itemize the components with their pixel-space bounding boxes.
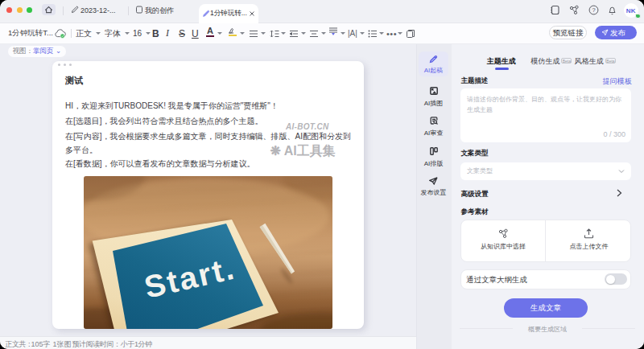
svg-text:?: ? [592,6,595,14]
